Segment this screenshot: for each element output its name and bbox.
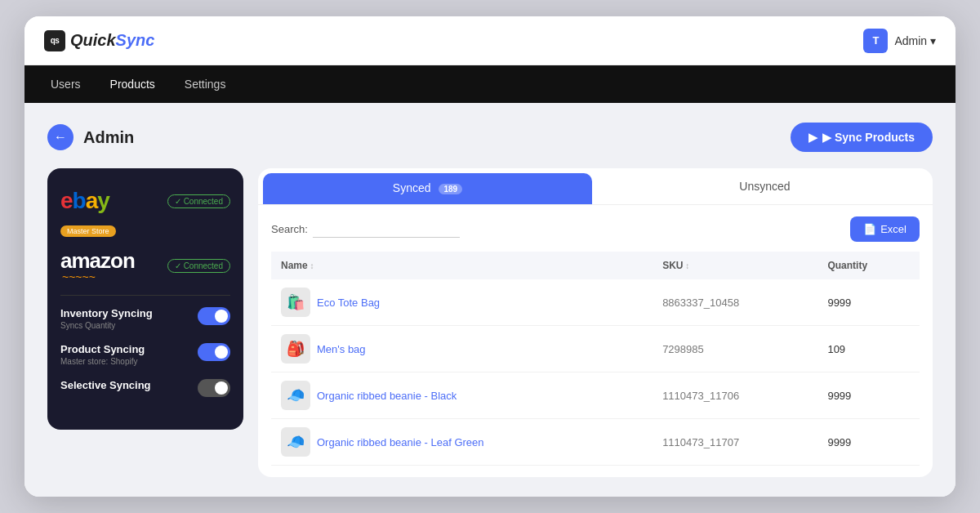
product-sku-cell: 1110473_11706 xyxy=(653,372,817,419)
tab-synced[interactable]: Synced 189 xyxy=(263,173,592,204)
table-header-row: Name SKU Quantity xyxy=(271,252,920,279)
nav-item-users[interactable]: Users xyxy=(51,78,81,91)
sync-icon: ▶ xyxy=(808,131,817,144)
table-area: Search: 📄 Excel Name SK xyxy=(258,205,933,477)
excel-icon: 📄 xyxy=(863,223,876,235)
product-syncing-toggle[interactable] xyxy=(198,343,230,361)
logo-area: qs QuickSync xyxy=(44,30,154,51)
search-label: Search: xyxy=(271,223,308,235)
selective-syncing-toggle[interactable] xyxy=(198,379,230,397)
excel-button[interactable]: 📄 Excel xyxy=(850,216,920,242)
table-row: 🧢 Organic ribbed beanie - Black 1110473_… xyxy=(271,372,920,419)
product-sku-cell: 7298985 xyxy=(653,326,817,372)
table-row: 🧢 Organic ribbed beanie - Leaf Green 111… xyxy=(271,419,920,466)
page-title: Admin xyxy=(83,128,134,147)
sync-products-button[interactable]: ▶ ▶ Sync Products xyxy=(791,123,933,152)
logo-icon: qs xyxy=(44,30,65,51)
amazon-connected-badge: ✓ Connected xyxy=(167,259,230,273)
page-header-left: ← Admin xyxy=(47,124,134,150)
col-name[interactable]: Name xyxy=(271,252,653,279)
product-name-cell: 🛍️ Eco Tote Bag xyxy=(271,279,653,326)
ebay-connected-badge: ✓ Connected xyxy=(167,194,230,208)
admin-label[interactable]: Admin ▾ xyxy=(894,34,936,47)
ebay-logo: ebay xyxy=(60,188,109,214)
product-name-cell: 🧢 Organic ribbed beanie - Black xyxy=(271,372,653,419)
product-qty-cell: 9999 xyxy=(817,279,920,326)
amazon-platform-card: amazon ~~~~~ ✓ Connected xyxy=(60,248,230,283)
product-name-link[interactable]: Eco Tote Bag xyxy=(317,297,380,309)
left-panel: ebay ✓ Connected Master Store amazon ~~ xyxy=(47,168,243,430)
check-icon-amazon: ✓ xyxy=(175,261,181,270)
main-content: ← Admin ▶ ▶ Sync Products ebay xyxy=(24,103,956,497)
master-store-badge: Master Store xyxy=(60,222,230,248)
amazon-logo: amazon ~~~~~ xyxy=(60,248,135,283)
table-row: 🎒 Men's bag 7298985 109 xyxy=(271,326,920,372)
search-wrap: Search: xyxy=(271,221,460,238)
col-quantity: Quantity xyxy=(817,252,920,279)
admin-avatar: T xyxy=(863,29,888,53)
product-sku-cell: 8863337_10458 xyxy=(653,279,817,326)
product-sku-cell: 1110473_11707 xyxy=(653,419,817,466)
search-input[interactable] xyxy=(313,221,460,238)
ebay-platform-card: ebay ✓ Connected xyxy=(60,188,230,214)
product-image: 🧢 xyxy=(281,427,310,457)
page-header: ← Admin ▶ ▶ Sync Products xyxy=(47,123,933,152)
right-panel: Synced 189 Unsynced Search: xyxy=(258,168,933,477)
product-table: Name SKU Quantity 🛍️ Eco Tote Bag 886333… xyxy=(271,252,920,466)
logo-text: QuickSync xyxy=(70,31,154,50)
search-excel-row: Search: 📄 Excel xyxy=(271,216,920,242)
admin-area[interactable]: T Admin ▾ xyxy=(863,29,936,53)
product-image: 🛍️ xyxy=(281,288,310,317)
nav-item-products[interactable]: Products xyxy=(110,78,155,91)
selective-syncing-option: Selective Syncing xyxy=(60,379,230,397)
col-sku[interactable]: SKU xyxy=(653,252,817,279)
product-name-link[interactable]: Organic ribbed beanie - Leaf Green xyxy=(317,436,484,448)
inventory-syncing-option: Inventory Syncing Syncs Quantity xyxy=(60,307,230,330)
product-syncing-option: Product Syncing Master store: Shopify xyxy=(60,343,230,366)
product-image: 🧢 xyxy=(281,381,310,410)
check-icon: ✓ xyxy=(175,197,181,206)
browser-frame: qs QuickSync T Admin ▾ Users Products Se… xyxy=(24,16,956,497)
synced-badge: 189 xyxy=(439,184,462,194)
nav-bar: Users Products Settings xyxy=(24,65,956,103)
top-bar: qs QuickSync T Admin ▾ xyxy=(24,16,956,65)
product-qty-cell: 9999 xyxy=(817,419,920,466)
divider xyxy=(60,295,230,296)
tabs-row: Synced 189 Unsynced xyxy=(258,168,933,205)
product-image: 🎒 xyxy=(281,334,310,364)
nav-item-settings[interactable]: Settings xyxy=(185,78,226,91)
back-button[interactable]: ← xyxy=(47,124,74,150)
product-qty-cell: 9999 xyxy=(817,372,920,419)
body-row: ebay ✓ Connected Master Store amazon ~~ xyxy=(47,168,933,477)
tab-unsynced[interactable]: Unsynced xyxy=(597,168,933,204)
inventory-syncing-toggle[interactable] xyxy=(198,307,230,325)
product-qty-cell: 109 xyxy=(817,326,920,372)
product-name-cell: 🎒 Men's bag xyxy=(271,326,653,372)
product-name-link[interactable]: Organic ribbed beanie - Black xyxy=(317,390,457,402)
product-name-cell: 🧢 Organic ribbed beanie - Leaf Green xyxy=(271,419,653,466)
product-name-link[interactable]: Men's bag xyxy=(317,343,366,355)
table-row: 🛍️ Eco Tote Bag 8863337_10458 9999 xyxy=(271,279,920,326)
